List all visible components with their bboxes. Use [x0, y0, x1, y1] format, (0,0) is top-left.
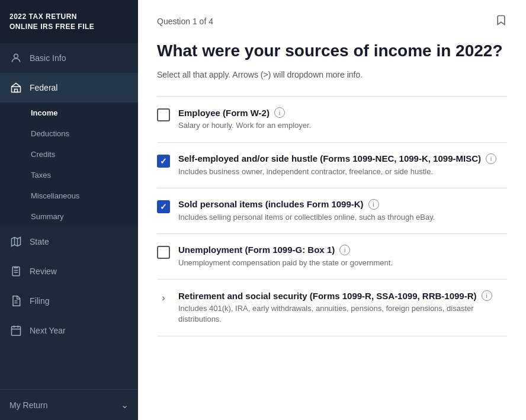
sidebar-item-label: Basic Info: [30, 53, 66, 63]
income-items-list: Employee (Form W-2) i Salary or hourly. …: [157, 96, 507, 336]
sidebar-item-state[interactable]: State: [0, 227, 138, 257]
info-icon-unemployment[interactable]: i: [339, 245, 350, 255]
income-content-retirement: Retirement and social security (Forms 10…: [178, 290, 507, 325]
sidebar-item-next-year[interactable]: Next Year: [0, 316, 138, 345]
map-icon: [9, 235, 23, 248]
doc-icon: [9, 294, 23, 307]
income-title-unemployment: Unemployment (Form 1099-G: Box 1): [178, 245, 335, 255]
sidebar-item-label: State: [30, 237, 49, 246]
svg-rect-2: [15, 89, 18, 92]
calendar-icon: [9, 324, 23, 337]
sidebar-subitem-taxes[interactable]: Taxes: [0, 165, 138, 185]
checkbox-box-sold-items[interactable]: [157, 200, 170, 213]
main-content: Question 1 of 4 What were your sources o…: [138, 0, 526, 420]
sidebar-item-federal[interactable]: Federal: [0, 73, 138, 102]
svg-rect-11: [12, 326, 21, 335]
income-title-row-w2: Employee (Form W-2) i: [178, 107, 507, 118]
bookmark-icon[interactable]: [495, 14, 507, 28]
income-title-w2: Employee (Form W-2): [178, 108, 270, 118]
income-content-w2: Employee (Form W-2) i Salary or hourly. …: [178, 107, 507, 131]
svg-point-0: [14, 54, 18, 58]
income-title-row-sold-items: Sold personal items (includes Form 1099-…: [178, 199, 507, 210]
info-icon-retirement[interactable]: i: [482, 290, 492, 301]
sidebar-subitem-income[interactable]: Income: [0, 102, 138, 123]
sidebar-item-label: Next Year: [30, 326, 66, 335]
sidebar-item-review[interactable]: Review: [0, 257, 138, 286]
checkbox-box-self-employed[interactable]: [157, 155, 170, 168]
sidebar-header-text: 2022 TAX RETURN ONLINE IRS FREE FILE: [9, 12, 94, 32]
income-desc-retirement: Includes 401(k), IRA, early withdrawals,…: [178, 303, 507, 325]
sidebar-subitem-deductions[interactable]: Deductions: [0, 123, 138, 144]
income-item-self-employed: Self-employed and/or side hustle (Forms …: [157, 142, 507, 188]
question-label: Question 1 of 4: [157, 17, 213, 26]
income-desc-w2: Salary or hourly. Work for an employer.: [178, 120, 507, 131]
info-icon-w2[interactable]: i: [274, 107, 285, 118]
page-title: What were your sources of income in 2022…: [157, 40, 507, 62]
header-line1: 2022 TAX RETURN: [9, 12, 77, 21]
my-return-label: My Return: [9, 400, 48, 410]
sidebar-item-label: Federal: [30, 83, 57, 92]
federal-subitems: Income Deductions Credits Taxes Miscella…: [0, 102, 138, 227]
income-item-retirement: › Retirement and social security (Forms …: [157, 279, 507, 336]
checkbox-box-w2[interactable]: [157, 108, 170, 121]
header-line2: ONLINE IRS FREE FILE: [9, 23, 94, 31]
checkbox-sold-items[interactable]: [157, 200, 170, 213]
checkbox-self-employed[interactable]: [157, 155, 170, 168]
income-desc-unemployment: Unemployment compensation paid by the st…: [178, 258, 507, 268]
income-title-sold-items: Sold personal items (includes Form 1099-…: [178, 199, 364, 209]
income-content-sold-items: Sold personal items (includes Form 1099-…: [178, 199, 507, 223]
income-title-row-unemployment: Unemployment (Form 1099-G: Box 1) i: [178, 245, 507, 255]
clipboard-icon: [9, 265, 23, 278]
sidebar-subitem-summary[interactable]: Summary: [0, 206, 138, 227]
sidebar-bottom: My Return ⌄: [0, 389, 138, 420]
sidebar-item-filing[interactable]: Filing: [0, 286, 138, 316]
checkbox-unemployment[interactable]: [157, 246, 170, 259]
sidebar-header: 2022 TAX RETURN ONLINE IRS FREE FILE: [0, 0, 138, 43]
chevron-right-icon: ›: [162, 293, 165, 303]
sidebar-item-label: Filing: [30, 296, 49, 306]
income-title-row-self-employed: Self-employed and/or side hustle (Forms …: [178, 153, 507, 164]
chevron-down-icon: ⌄: [121, 399, 129, 411]
income-item-w2: Employee (Form W-2) i Salary or hourly. …: [157, 96, 507, 142]
income-content-unemployment: Unemployment (Form 1099-G: Box 1) i Unem…: [178, 245, 507, 268]
info-icon-sold-items[interactable]: i: [368, 199, 379, 210]
sidebar-item-basic-info[interactable]: Basic Info: [0, 43, 138, 73]
arrow-retirement[interactable]: ›: [157, 291, 170, 304]
question-header: Question 1 of 4: [157, 14, 507, 28]
my-return-item[interactable]: My Return ⌄: [0, 390, 138, 420]
checkbox-w2[interactable]: [157, 108, 170, 121]
income-desc-self-employed: Includes business owner, independent con…: [178, 166, 507, 177]
income-item-sold-items: Sold personal items (includes Form 1099-…: [157, 188, 507, 233]
sidebar-subitem-miscellaneous[interactable]: Miscellaneous: [0, 185, 138, 206]
building-icon: [9, 81, 23, 94]
income-title-retirement: Retirement and social security (Forms 10…: [178, 291, 477, 301]
checkbox-box-unemployment[interactable]: [157, 246, 170, 259]
person-icon: [9, 52, 23, 65]
income-title-self-employed: Self-employed and/or side hustle (Forms …: [178, 153, 481, 163]
income-item-unemployment: Unemployment (Form 1099-G: Box 1) i Unem…: [157, 233, 507, 279]
income-desc-sold-items: Includes selling personal items or colle…: [178, 212, 507, 223]
sidebar-item-label: Review: [30, 267, 57, 276]
sidebar: 2022 TAX RETURN ONLINE IRS FREE FILE Bas…: [0, 0, 138, 420]
svg-marker-3: [12, 238, 21, 246]
income-title-row-retirement: Retirement and social security (Forms 10…: [178, 290, 507, 301]
subtitle: Select all that apply. Arrows (>) will d…: [157, 70, 507, 79]
income-content-self-employed: Self-employed and/or side hustle (Forms …: [178, 153, 507, 177]
sidebar-subitem-credits[interactable]: Credits: [0, 144, 138, 165]
info-icon-self-employed[interactable]: i: [486, 153, 496, 164]
